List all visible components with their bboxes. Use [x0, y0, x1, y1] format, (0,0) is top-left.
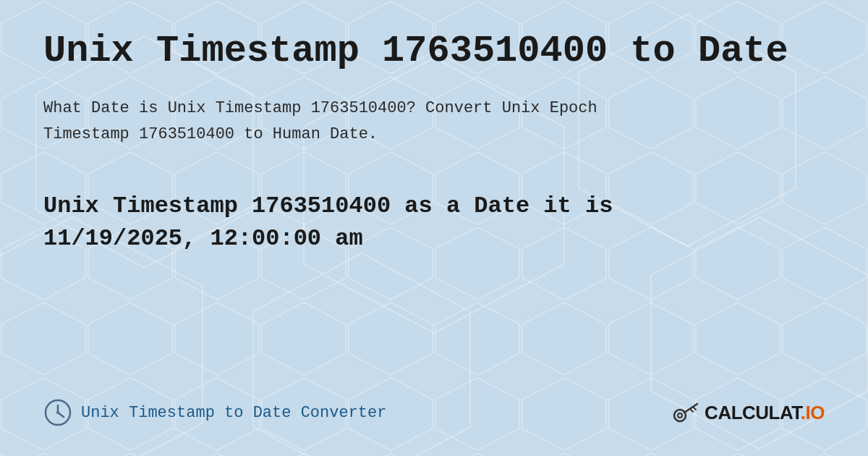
svg-line-19 [690, 409, 693, 412]
result-line2: 11/19/2025, 12:00:00 am [43, 225, 363, 252]
result-line1: Unix Timestamp 1763510400 as a Date it i… [43, 193, 613, 219]
clock-icon [43, 398, 72, 427]
logo-text: CALCULAT.IO [705, 402, 825, 424]
logo-icon [673, 400, 699, 426]
logo-area: CALCULAT.IO [673, 400, 825, 426]
footer-link-text[interactable]: Unix Timestamp to Date Converter [81, 404, 386, 422]
result-text: Unix Timestamp 1763510400 as a Date it i… [43, 190, 825, 256]
svg-point-14 [56, 411, 59, 414]
logo-text-highlight: .IO [801, 402, 825, 423]
description-line1: What Date is Unix Timestamp 1763510400? … [43, 99, 597, 117]
svg-point-15 [674, 410, 686, 421]
logo-text-main: CALCULAT [705, 402, 801, 423]
footer-link-area[interactable]: Unix Timestamp to Date Converter [43, 398, 386, 427]
page-description: What Date is Unix Timestamp 1763510400? … [43, 96, 825, 146]
svg-point-16 [678, 413, 682, 418]
page-title: Unix Timestamp 1763510400 to Date [43, 29, 825, 74]
svg-line-18 [693, 407, 696, 410]
description-line2: Timestamp 1763510400 to Human Date. [43, 125, 378, 143]
